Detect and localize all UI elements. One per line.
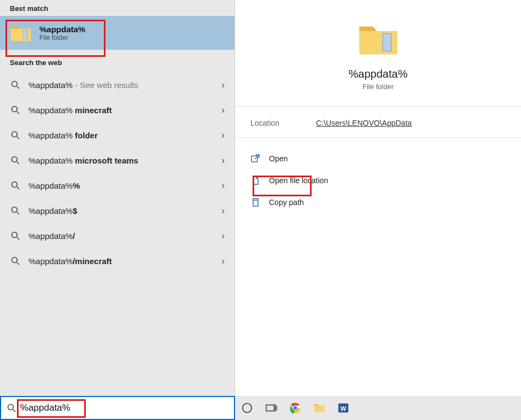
best-match-result[interactable]: %appdata% File folder [0, 16, 235, 50]
search-icon [6, 402, 17, 413]
svg-point-5 [12, 132, 17, 137]
chevron-right-icon: › [221, 255, 225, 267]
svg-point-15 [12, 258, 17, 263]
svg-rect-19 [253, 200, 258, 206]
search-icon [10, 180, 21, 191]
web-result-label: %appdata%% [28, 181, 221, 190]
copy-icon [250, 197, 260, 207]
search-input[interactable] [20, 402, 231, 413]
chrome-icon[interactable] [288, 400, 303, 416]
svg-rect-23 [266, 405, 274, 411]
svg-line-4 [17, 112, 19, 114]
location-row: Location C:\Users\LENOVO\AppData [235, 107, 521, 138]
web-result-item[interactable]: %appdata% folder› [0, 122, 235, 148]
web-result-item[interactable]: %appdata% microsoft teams› [0, 148, 235, 173]
svg-rect-17 [382, 34, 391, 51]
svg-line-14 [17, 237, 19, 240]
best-match-header: Best match [0, 0, 235, 16]
svg-line-10 [17, 187, 19, 189]
svg-rect-0 [23, 30, 27, 39]
web-result-item[interactable]: %appdata%/minecraft› [0, 248, 235, 273]
file-location-icon [250, 176, 260, 185]
search-icon [10, 205, 21, 216]
svg-point-27 [293, 406, 297, 410]
open-file-location-label: Open file location [269, 176, 328, 185]
copy-path-action[interactable]: Copy path [235, 191, 521, 213]
svg-point-22 [243, 404, 252, 413]
web-result-label: %appdata% minecraft [28, 106, 221, 115]
task-view-icon[interactable] [264, 400, 279, 416]
cortana-icon[interactable] [239, 400, 255, 416]
best-match-title: %appdata% [39, 25, 85, 34]
preview-subtitle: File folder [362, 83, 394, 91]
svg-line-8 [17, 162, 19, 164]
chevron-right-icon: › [221, 205, 225, 217]
svg-text:W: W [341, 405, 347, 412]
svg-point-1 [12, 81, 17, 87]
copy-path-label: Copy path [269, 198, 304, 207]
web-result-label: %appdata% microsoft teams [28, 156, 221, 165]
web-result-item[interactable]: %appdata%%› [0, 173, 235, 198]
search-icon [10, 255, 21, 266]
location-label: Location [250, 119, 316, 127]
svg-line-6 [17, 137, 19, 139]
location-value[interactable]: C:\Users\LENOVO\AppData [316, 119, 412, 127]
web-result-item[interactable]: %appdata%/› [0, 223, 235, 248]
search-icon [10, 104, 21, 115]
svg-point-11 [12, 207, 17, 213]
svg-point-20 [8, 405, 14, 410]
chevron-right-icon: › [221, 79, 225, 91]
svg-line-12 [17, 212, 19, 214]
file-explorer-icon[interactable] [312, 400, 327, 416]
open-icon [250, 154, 260, 164]
folder-icon [358, 21, 399, 57]
search-icon [10, 230, 21, 241]
search-results-panel: Best match %appdata% File folder Search … [0, 0, 235, 396]
chevron-right-icon: › [221, 155, 225, 166]
svg-point-9 [12, 182, 17, 188]
word-icon[interactable]: W [336, 400, 351, 416]
web-result-label: %appdata%$ [28, 206, 221, 215]
web-result-label: %appdata%/ [28, 231, 221, 241]
open-file-location-action[interactable]: Open file location [235, 170, 521, 191]
chevron-right-icon: › [221, 230, 225, 242]
preview-hero: %appdata% File folder [235, 0, 521, 107]
taskbar: W [0, 396, 521, 420]
svg-line-21 [13, 410, 15, 412]
preview-panel: %appdata% File folder Location C:\Users\… [235, 0, 521, 396]
web-result-item[interactable]: %appdata% minecraft› [0, 97, 235, 122]
svg-point-7 [12, 157, 17, 162]
search-icon [10, 130, 21, 141]
folder-icon [10, 24, 32, 42]
chevron-right-icon: › [221, 104, 225, 116]
search-icon [10, 79, 21, 90]
svg-point-13 [12, 232, 17, 238]
svg-point-3 [12, 107, 17, 112]
svg-line-2 [17, 86, 19, 89]
search-box[interactable] [0, 396, 235, 420]
web-result-item[interactable]: %appdata% - See web results› [0, 72, 235, 97]
best-match-subtitle: File folder [39, 34, 85, 42]
open-action[interactable]: Open [235, 148, 521, 170]
web-results-list: %appdata% - See web results›%appdata% mi… [0, 72, 235, 273]
chevron-right-icon: › [221, 130, 225, 141]
search-icon [10, 155, 21, 166]
open-label: Open [269, 154, 288, 163]
web-result-item[interactable]: %appdata%$› [0, 198, 235, 223]
search-web-header: Search the web [0, 54, 235, 70]
svg-line-16 [17, 262, 19, 265]
web-result-label: %appdata% folder [28, 131, 221, 140]
web-result-label: %appdata% - See web results [28, 80, 221, 90]
web-result-label: %appdata%/minecraft [28, 256, 221, 266]
preview-title: %appdata% [349, 68, 408, 80]
chevron-right-icon: › [221, 180, 225, 191]
